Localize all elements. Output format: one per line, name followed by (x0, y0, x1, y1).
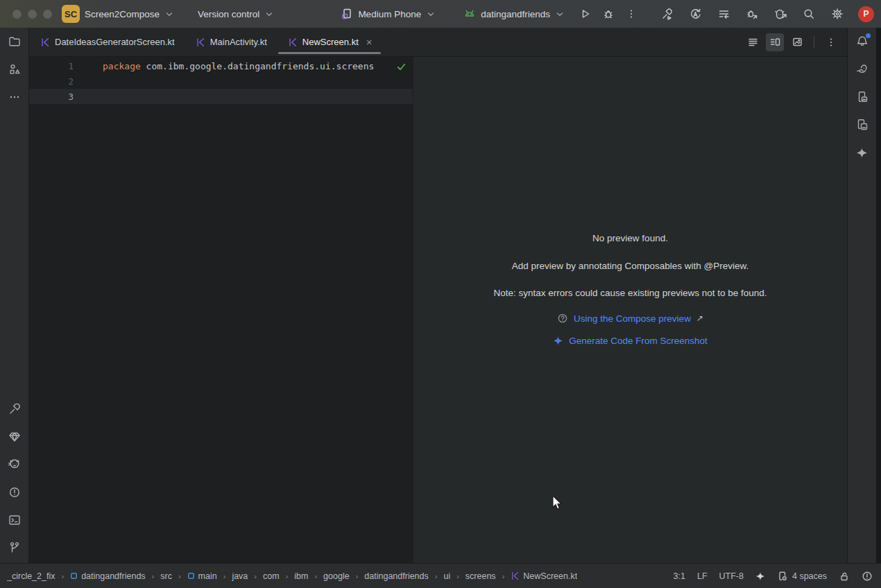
chevron-down-icon (427, 12, 434, 17)
apply-changes-button[interactable] (685, 4, 705, 24)
search-everywhere-button[interactable] (799, 4, 819, 24)
chevron-down-icon (266, 12, 273, 17)
run-button[interactable] (576, 4, 595, 24)
module-icon (187, 572, 195, 580)
more-toolwindows-button[interactable] (0, 83, 29, 111)
breadcrumb-separator: › (435, 572, 438, 580)
attach-debugger-button[interactable] (742, 4, 762, 24)
tab-dateideasgeneratorscreen[interactable]: DateIdeasGeneratorScreen.kt (29, 28, 185, 56)
breadcrumb-separator: › (152, 572, 155, 580)
zoom-window-button[interactable] (43, 10, 52, 19)
minimize-window-button[interactable] (28, 10, 37, 19)
editor-tabbar: DateIdeasGeneratorScreen.kt MainActivity… (29, 28, 847, 57)
structure-toolwindow-button[interactable] (0, 55, 29, 83)
encoding-widget[interactable]: UTF-8 (719, 571, 744, 581)
vcs-widget[interactable]: Version control (198, 9, 273, 19)
read-write-lock-icon[interactable] (839, 571, 850, 582)
compose-preview-docs-link[interactable]: Using the Compose preview (574, 313, 691, 324)
breadcrumb-item[interactable]: java (232, 571, 248, 581)
debug-button[interactable] (599, 4, 618, 24)
running-devices-toolwindow-button[interactable] (848, 83, 877, 111)
indent-config-icon (777, 571, 788, 582)
syntax-error-note: Note: syntax errors could cause existing… (494, 288, 767, 298)
close-tab-icon[interactable]: × (366, 36, 373, 48)
breadcrumb-item[interactable]: ui (443, 571, 450, 581)
statusbar: _circle_2_fix › datingandfriends › src ›… (0, 563, 881, 588)
gemini-toolwindow-button[interactable] (848, 139, 877, 166)
build-toolwindow-button[interactable] (0, 395, 29, 423)
kotlin-file-icon (511, 571, 520, 580)
device-manager-toolwindow-button[interactable] (848, 111, 877, 139)
indent-widget[interactable]: 4 spaces (777, 571, 827, 582)
device-selector[interactable]: Medium Phone (341, 8, 434, 20)
keyword-package: package (103, 61, 141, 71)
divider (814, 36, 814, 49)
breadcrumb-separator: › (61, 572, 64, 580)
tab-newscreen[interactable]: NewScreen.kt × (277, 28, 382, 56)
breadcrumb-item[interactable]: NewScreen.kt (511, 571, 577, 581)
inspection-status-icon[interactable] (862, 571, 873, 582)
compose-preview-panel: No preview found. Add preview by annotat… (413, 57, 847, 563)
tab-options-button[interactable] (822, 33, 840, 51)
version-control-toolwindow-button[interactable] (0, 534, 29, 562)
breadcrumb-item[interactable]: _circle_2_fix (7, 571, 55, 581)
breadcrumb-item[interactable]: google (323, 571, 350, 581)
window-controls (0, 10, 58, 19)
editor-line-1[interactable]: 1 package com.ibm.google.datingandfriend… (29, 58, 413, 74)
breadcrumb-item[interactable]: main (187, 571, 217, 581)
editor-line-3-current[interactable]: 3 (29, 89, 413, 104)
generate-code-from-screenshot-link[interactable]: Generate Code From Screenshot (569, 336, 708, 346)
code-view-button[interactable] (744, 33, 762, 51)
breadcrumb-separator: › (356, 572, 359, 580)
settings-button[interactable] (828, 4, 847, 24)
gemini-sparkle-icon (553, 336, 563, 346)
breadcrumb-item[interactable]: src (160, 571, 172, 581)
editor-line-2[interactable]: 2 (29, 74, 413, 89)
chevron-down-icon (556, 12, 563, 17)
ide-window: SC Screen2Compose Version control Medium… (0, 0, 881, 588)
project-toolwindow-button[interactable] (0, 28, 29, 55)
apply-code-changes-button[interactable] (714, 4, 733, 24)
line-separator-widget[interactable]: LF (697, 571, 708, 581)
gradle-toolwindow-button[interactable] (848, 55, 877, 83)
more-actions-button[interactable] (622, 4, 641, 24)
android-icon (463, 8, 476, 20)
kotlin-file-icon (40, 37, 50, 47)
user-avatar[interactable]: P (858, 6, 874, 22)
breadcrumb-separator: › (502, 572, 505, 580)
problems-toolwindow-button[interactable] (0, 478, 29, 506)
gemini-status-icon[interactable] (755, 571, 765, 581)
breadcrumb-separator: › (456, 572, 459, 580)
code-editor[interactable]: 1 package com.ibm.google.datingandfriend… (29, 57, 413, 563)
no-preview-message: No preview found. (592, 233, 668, 243)
design-view-button[interactable] (788, 33, 806, 51)
run-configuration-selector[interactable]: datingandfriends (463, 8, 563, 20)
external-link-icon: ↗ (696, 313, 703, 323)
app-logo-icon: SC (62, 5, 80, 23)
breadcrumb-item[interactable]: ibm (294, 571, 308, 581)
breadcrumb-item[interactable]: com (263, 571, 280, 581)
split-view-button[interactable] (766, 33, 784, 51)
terminal-toolwindow-button[interactable] (0, 506, 29, 534)
kotlin-file-icon (288, 37, 298, 47)
project-name: Screen2Compose (85, 9, 160, 19)
run-config-name: datingandfriends (481, 9, 550, 19)
right-toolwindow-bar (847, 28, 876, 563)
caret-position-widget[interactable]: 3:1 (674, 571, 685, 581)
breadcrumb-item[interactable]: datingandfriends (70, 571, 145, 581)
breadcrumb-item[interactable]: datingandfriends (364, 571, 428, 581)
profiler-button[interactable] (771, 4, 790, 24)
app-quality-insights-toolwindow-button[interactable] (0, 423, 29, 451)
build-project-button[interactable] (657, 4, 676, 24)
notification-badge (866, 33, 871, 38)
logcat-toolwindow-button[interactable] (0, 451, 29, 478)
virtual-device-icon (341, 8, 353, 20)
titlebar: SC Screen2Compose Version control Medium… (0, 0, 881, 28)
project-widget[interactable]: SC Screen2Compose (62, 5, 173, 23)
close-window-button[interactable] (12, 10, 22, 19)
tab-mainactivity[interactable]: MainActivity.kt (185, 28, 277, 56)
notifications-button[interactable] (848, 28, 877, 55)
inspections-ok-check-icon[interactable] (396, 62, 407, 72)
breadcrumb-item[interactable]: screens (465, 571, 496, 581)
package-path: com.ibm.google.datingandfriends.ui.scree… (141, 61, 375, 71)
